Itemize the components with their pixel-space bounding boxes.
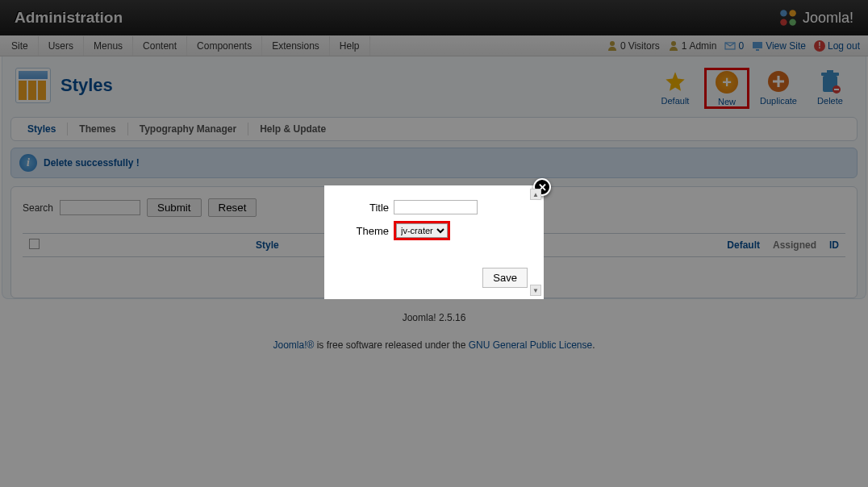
modal-title-input[interactable] (394, 200, 478, 214)
modal-theme-label: Theme (339, 225, 389, 237)
new-style-modal: ✕ Title Theme jv-crater Save ▲ ▼ (324, 185, 544, 299)
modal-save-button[interactable]: Save (482, 268, 528, 288)
scroll-up-icon[interactable]: ▲ (530, 189, 541, 200)
scroll-down-icon[interactable]: ▼ (530, 285, 541, 296)
modal-title-label: Title (339, 202, 389, 214)
theme-select-highlight: jv-crater (394, 221, 450, 240)
modal-scrollbar[interactable]: ▲ ▼ (529, 189, 542, 296)
modal-theme-select[interactable]: jv-crater (396, 223, 448, 238)
